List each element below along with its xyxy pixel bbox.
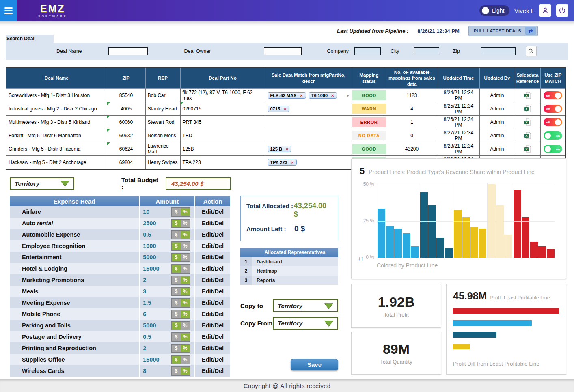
percent-mode-button[interactable]: % xyxy=(181,299,190,307)
chart-bar[interactable] xyxy=(496,205,504,258)
territory-dropdown[interactable]: Territory xyxy=(10,177,74,190)
percent-mode-button[interactable]: % xyxy=(181,288,190,295)
edit-delete-link[interactable]: Edit/Del xyxy=(195,365,231,377)
dollar-mode-button[interactable]: $ xyxy=(172,310,181,318)
chart-bar[interactable] xyxy=(411,246,419,258)
chart-bar[interactable] xyxy=(394,229,402,258)
edit-delete-link[interactable]: Edit/Del xyxy=(195,342,231,354)
chart-bar[interactable] xyxy=(403,233,410,258)
percent-mode-button[interactable]: % xyxy=(181,254,190,261)
match-chip[interactable]: FLK-62 MAX✕ xyxy=(268,92,306,99)
dollar-mode-button[interactable]: $ xyxy=(172,208,181,216)
zip-match-toggle[interactable]: on xyxy=(544,145,562,153)
match-chip[interactable]: 0715✕ xyxy=(268,106,290,112)
copy-to-dropdown[interactable]: Territory xyxy=(273,299,338,312)
logout-button[interactable] xyxy=(556,4,568,17)
zip-match-toggle[interactable]: on xyxy=(544,131,562,140)
pull-latest-deals-button[interactable]: PULL LATEST DEALS ⇄ xyxy=(468,26,538,36)
edit-delete-link[interactable]: Edit/Del xyxy=(195,263,231,274)
deal-owner-input[interactable] xyxy=(264,47,302,55)
remove-chip-icon[interactable]: ✕ xyxy=(285,147,289,151)
excel-file-icon[interactable]: X xyxy=(517,105,538,112)
expense-amount-value[interactable]: 0.5 xyxy=(143,231,151,238)
expense-amount-value[interactable]: 2 xyxy=(143,277,146,283)
expense-amount-value[interactable]: 6 xyxy=(143,311,146,317)
remove-chip-icon[interactable]: ✕ xyxy=(331,93,334,98)
dollar-mode-button[interactable]: $ xyxy=(172,356,181,364)
search-deal-tab[interactable]: Search Deal xyxy=(6,35,54,43)
chart-bar[interactable] xyxy=(378,209,385,258)
rep-row[interactable]: 1Dashboard xyxy=(240,257,338,266)
expense-amount-value[interactable]: 10 xyxy=(143,209,149,215)
expense-amount-value[interactable]: 15000 xyxy=(143,265,159,272)
expense-amount-value[interactable]: 0.5 xyxy=(143,334,151,340)
chart-bar[interactable] xyxy=(454,210,462,258)
chart-bar[interactable] xyxy=(504,235,512,258)
chart-bar[interactable] xyxy=(420,192,428,258)
search-button[interactable] xyxy=(526,46,537,56)
percent-mode-button[interactable]: % xyxy=(181,322,190,330)
percent-mode-button[interactable]: % xyxy=(181,220,190,227)
excel-file-icon[interactable]: X xyxy=(517,132,538,139)
dollar-mode-button[interactable]: $ xyxy=(172,299,181,307)
remove-chip-icon[interactable]: ✕ xyxy=(300,93,303,98)
chart-bar[interactable] xyxy=(514,190,521,258)
chart-bar[interactable] xyxy=(445,248,453,258)
percent-mode-button[interactable]: % xyxy=(181,367,190,375)
total-budget-input[interactable]: 43,254.00 $ xyxy=(166,177,231,190)
expense-amount-value[interactable]: 2 xyxy=(143,345,146,351)
edit-delete-link[interactable]: Edit/Del xyxy=(195,297,231,308)
edit-delete-link[interactable]: Edit/Del xyxy=(195,252,231,263)
chart-bar[interactable] xyxy=(436,238,444,258)
edit-delete-link[interactable]: Edit/Del xyxy=(195,206,231,218)
chips-dropdown-icon[interactable]: ▼ xyxy=(346,94,350,98)
city-input[interactable] xyxy=(414,47,439,55)
dollar-mode-button[interactable]: $ xyxy=(172,288,181,295)
edit-delete-link[interactable]: Edit/Del xyxy=(195,320,231,331)
excel-file-icon[interactable]: X xyxy=(517,118,538,126)
expense-amount-value[interactable]: 1000 xyxy=(143,243,156,249)
chart-bar[interactable] xyxy=(428,205,436,258)
expense-amount-value[interactable]: 3 xyxy=(143,288,146,295)
remove-chip-icon[interactable]: ✕ xyxy=(283,107,287,111)
company-input[interactable] xyxy=(354,47,381,55)
edit-delete-link[interactable]: Edit/Del xyxy=(195,240,231,252)
expense-amount-value[interactable]: 15000 xyxy=(143,356,159,363)
edit-delete-link[interactable]: Edit/Del xyxy=(195,286,231,297)
percent-mode-button[interactable]: % xyxy=(181,345,190,352)
menu-button[interactable] xyxy=(0,0,17,21)
chart-bar[interactable] xyxy=(530,242,538,258)
expense-amount-value[interactable]: 1.5 xyxy=(143,299,151,306)
rep-row[interactable]: 2Heatmap xyxy=(240,266,338,276)
zip-match-toggle[interactable]: off xyxy=(544,105,562,113)
percent-mode-button[interactable]: % xyxy=(181,242,190,250)
dollar-mode-button[interactable]: $ xyxy=(172,254,181,261)
percent-mode-button[interactable]: % xyxy=(181,310,190,318)
expense-amount-value[interactable]: 8 xyxy=(143,368,146,374)
chart-bar[interactable] xyxy=(479,229,486,258)
match-chip[interactable]: T6 1000✕ xyxy=(309,92,337,99)
expense-amount-value[interactable]: 5000 xyxy=(143,254,156,261)
percent-mode-button[interactable]: % xyxy=(181,208,190,216)
percent-mode-button[interactable]: % xyxy=(181,356,190,364)
dollar-mode-button[interactable]: $ xyxy=(172,220,181,227)
percent-mode-button[interactable]: % xyxy=(181,276,190,284)
zip-input[interactable] xyxy=(481,47,516,55)
excel-file-icon[interactable]: X xyxy=(517,145,538,153)
chart-bar[interactable] xyxy=(547,249,555,258)
dollar-mode-button[interactable]: $ xyxy=(172,231,181,239)
percent-mode-button[interactable]: % xyxy=(181,333,190,341)
theme-toggle[interactable]: Light xyxy=(479,5,509,16)
expense-amount-value[interactable]: 2500 xyxy=(143,220,156,226)
rep-row[interactable]: 3Reports xyxy=(240,276,338,285)
zip-match-toggle[interactable]: off xyxy=(544,118,562,126)
sort-icon[interactable]: ↓↑ xyxy=(358,255,363,261)
dollar-mode-button[interactable]: $ xyxy=(172,322,181,330)
chart-bar[interactable] xyxy=(522,217,529,258)
dollar-mode-button[interactable]: $ xyxy=(172,242,181,250)
deal-name-input[interactable] xyxy=(108,47,148,55)
edit-delete-link[interactable]: Edit/Del xyxy=(195,229,231,240)
dollar-mode-button[interactable]: $ xyxy=(172,265,181,273)
percent-mode-button[interactable]: % xyxy=(181,231,190,239)
expense-amount-value[interactable]: 5000 xyxy=(143,322,156,329)
